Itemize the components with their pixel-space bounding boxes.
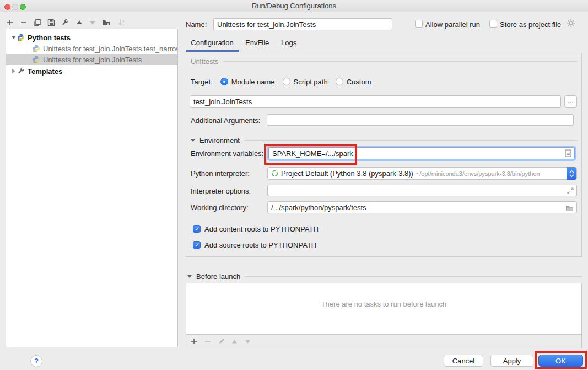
python-interpreter-value: Project Default (Python 3.8 (pyspark-3.8… (281, 169, 413, 178)
edit-templates-icon[interactable] (61, 18, 69, 27)
templates-wrench-icon (17, 67, 25, 75)
browse-module-button[interactable]: ... (564, 95, 577, 108)
python-interpreter-select[interactable]: Project Default (Python 3.8 (pyspark-3.8… (267, 167, 577, 180)
python-interpreter-label: Python interpreter: (191, 169, 250, 178)
target-option-module-name[interactable]: Module name (220, 78, 275, 86)
conda-env-icon (271, 170, 278, 177)
copy-icon[interactable] (33, 18, 42, 27)
section-collapse-icon[interactable] (187, 275, 192, 278)
radio-custom[interactable] (336, 78, 343, 85)
tree-item-label: Templates (28, 67, 62, 76)
title-bar: Run/Debug Configurations (0, 0, 588, 12)
target-option-script-path[interactable]: Script path (283, 78, 328, 86)
section-title: Environment (199, 136, 240, 144)
before-launch-section-header[interactable]: Before launch (187, 272, 582, 281)
python-interpreter-path: ~/opt/miniconda3/envs/pyspark-3.8/bin/py… (416, 170, 540, 177)
add-icon[interactable] (6, 18, 14, 27)
move-down-icon (243, 337, 252, 346)
radio-label: Script path (294, 78, 328, 86)
tree-item-label: Python tests (28, 34, 71, 42)
module-name-value: test_join.JoinTests (193, 98, 252, 106)
svg-text:a: a (122, 19, 125, 23)
chevron-collapsed-icon[interactable] (10, 69, 17, 73)
cancel-button[interactable]: Cancel (444, 355, 483, 367)
expand-field-icon[interactable] (567, 187, 574, 196)
environment-variables-field[interactable]: SPARK_HOME=/.../spark (268, 147, 575, 159)
target-option-custom[interactable]: Custom (336, 78, 371, 86)
remove-icon[interactable] (19, 18, 28, 27)
tab-configuration[interactable]: Configuration (186, 39, 239, 47)
remove-icon (203, 337, 212, 346)
tab-logs[interactable]: Logs (281, 39, 296, 47)
allow-parallel-run-checkbox[interactable] (415, 20, 423, 28)
name-input[interactable] (213, 18, 392, 30)
interpreter-options-label: Interpreter options: (191, 187, 251, 195)
browse-variables-icon[interactable] (565, 149, 571, 159)
move-up-icon (230, 337, 239, 346)
sort-alphabetically-icon: az (117, 18, 126, 27)
environment-section-header[interactable]: Environment (191, 136, 577, 144)
environment-variables-value: SPARK_HOME=/.../spark (272, 149, 353, 158)
gear-icon[interactable] (567, 19, 575, 29)
working-directory-field[interactable]: /.../spark/python/pyspark/tests (267, 201, 577, 213)
tree-item-label: Unittests for test_join.JoinTests (43, 56, 142, 64)
active-tab-underline (186, 50, 239, 52)
additional-arguments-input[interactable] (267, 114, 574, 126)
add-content-roots-checkbox[interactable] (193, 225, 201, 233)
before-launch-toolbar (186, 334, 581, 348)
allow-parallel-run-label: Allow parallel run (425, 20, 480, 29)
apply-button[interactable]: Apply (490, 355, 533, 367)
group-title: Unittests (191, 57, 219, 66)
save-icon[interactable] (47, 18, 56, 27)
radio-script-path[interactable] (283, 78, 290, 85)
store-as-project-file-checkbox[interactable] (489, 20, 497, 28)
tab-envfile[interactable]: EnvFile (245, 39, 269, 47)
help-button[interactable]: ? (30, 355, 42, 367)
working-directory-value: /.../spark/python/pyspark/tests (271, 203, 366, 212)
python-test-icon (33, 45, 40, 52)
tree-item-unittest-narrow[interactable]: Unittests for test_join.JoinTests.test_n… (6, 43, 177, 54)
edit-icon (217, 337, 226, 346)
section-collapse-icon[interactable] (191, 139, 195, 142)
before-launch-task-list: There are no tasks to run before launch (186, 283, 582, 348)
folder-icon[interactable] (565, 205, 574, 213)
add-icon[interactable] (190, 337, 198, 346)
add-source-roots-label: Add source roots to PYTHONPATH (204, 241, 316, 249)
move-up-icon[interactable] (75, 18, 84, 27)
window-title: Run/Debug Configurations (0, 2, 588, 10)
interpreter-dropdown-stepper[interactable] (567, 167, 576, 180)
configurations-tree: Python tests Unittests for test_join.Joi… (6, 29, 178, 347)
ok-button[interactable]: OK (538, 355, 583, 367)
tree-item-python-tests[interactable]: Python tests (6, 32, 177, 43)
chevron-expanded-icon[interactable] (10, 36, 17, 39)
radio-label: Custom (347, 78, 371, 86)
additional-arguments-label: Additional Arguments: (191, 116, 260, 125)
section-title: Before launch (196, 272, 240, 281)
target-label: Target: (191, 78, 213, 86)
unittests-group-header: Unittests (191, 57, 577, 66)
tree-item-label: Unittests for test_join.JoinTests.test_n… (43, 45, 177, 53)
target-row: Target: Module name Script path Custom (191, 76, 371, 88)
store-as-project-file-label: Store as project file (500, 20, 561, 29)
radio-label: Module name (231, 78, 275, 86)
tree-item-templates[interactable]: Templates (6, 66, 177, 77)
add-content-roots-label: Add content roots to PYTHONPATH (204, 225, 319, 233)
interpreter-options-field[interactable] (267, 185, 577, 196)
svg-text:z: z (122, 23, 124, 26)
python-test-icon (33, 56, 40, 63)
empty-tasks-text: There are no tasks to run before launch (186, 300, 581, 308)
move-down-icon (88, 18, 97, 27)
working-directory-label: Working directory: (191, 203, 249, 212)
add-source-roots-checkbox[interactable] (193, 241, 201, 249)
configuration-panel: Unittests Target: Module name Script pat… (186, 53, 582, 257)
radio-module-name[interactable] (220, 78, 228, 85)
python-tests-icon (17, 34, 25, 41)
run-debug-configurations-dialog: Run/Debug Configurations az Pyth (0, 0, 588, 370)
module-name-field[interactable]: test_join.JoinTests (190, 95, 561, 108)
tree-item-unittest-jointests-selected[interactable]: Unittests for test_join.JoinTests (6, 54, 177, 65)
environment-variables-label: Environment variables: (191, 149, 263, 158)
new-folder-icon[interactable] (102, 18, 111, 27)
name-label: Name: (186, 20, 207, 29)
